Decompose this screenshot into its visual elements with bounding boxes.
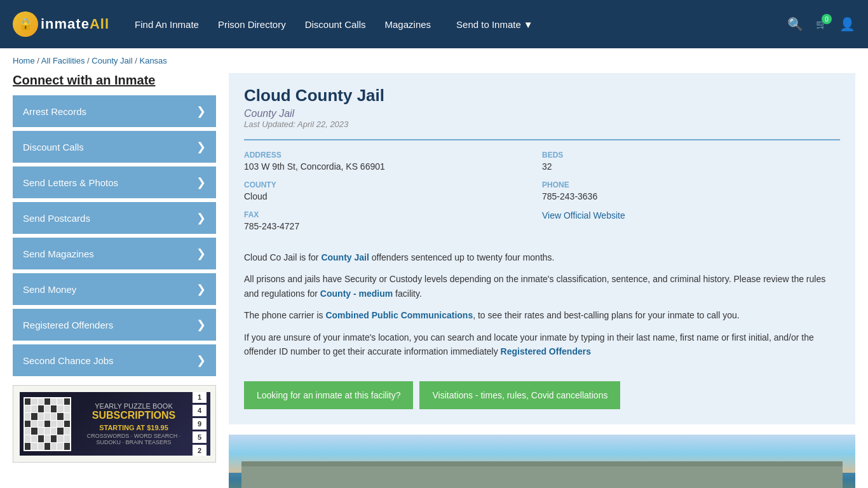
desc-paragraph-1: Cloud Co Jail is for County Jail offende… — [244, 250, 840, 264]
address-label: ADDRESS — [244, 151, 529, 159]
main-layout: Connect with an Inmate Arrest Records ❯ … — [0, 73, 868, 488]
sidebar-item-send-money[interactable]: Send Money ❯ — [13, 273, 216, 305]
sidebar-item-second-chance-jobs[interactable]: Second Chance Jobs ❯ — [13, 344, 216, 376]
chevron-down-icon: ▼ — [524, 19, 533, 30]
chevron-right-icon: ❯ — [196, 353, 206, 367]
facility-last-updated: Last Updated: April 22, 2023 — [244, 119, 840, 129]
building — [241, 466, 843, 488]
find-inmate-button[interactable]: Looking for an inmate at this facility? — [244, 381, 413, 409]
county-label: COUNTY — [244, 180, 529, 189]
ad-starting-at-text: STARTING AT $19.95 — [78, 424, 189, 431]
sidebar-item-label: Second Chance Jobs — [23, 355, 114, 366]
facility-type: County Jail — [244, 108, 840, 119]
sidebar-item-label: Send Magazines — [23, 248, 94, 259]
chevron-right-icon: ❯ — [196, 247, 206, 261]
breadcrumb-state[interactable]: Kansas — [139, 56, 166, 65]
breadcrumb-county-jail[interactable]: County Jail — [92, 56, 132, 65]
breadcrumb: Home / All Facilities / County Jail / Ka… — [0, 48, 868, 73]
detail-fax: FAX 785-243-4727 — [244, 210, 542, 231]
county-medium-link[interactable]: County - medium — [320, 288, 393, 299]
search-icon[interactable]: 🔍 — [787, 17, 803, 32]
send-to-inmate-label: Send to Inmate — [456, 19, 521, 30]
facility-card: Cloud County Jail County Jail Last Updat… — [229, 73, 855, 424]
county-value: Cloud — [244, 191, 529, 201]
detail-address: ADDRESS 103 W 9th St, Concordia, KS 6690… — [244, 151, 542, 172]
logo-icon: 🔒 — [13, 11, 38, 37]
navbar-left: 🔒 inmateAll Find An Inmate Prison Direct… — [13, 11, 533, 37]
cart-badge: 0 — [822, 14, 832, 24]
ad-types-text: CROSSWORDS · WORD SEARCH · SUDOKU · BRAI… — [78, 433, 189, 445]
detail-website: View Official Website — [542, 210, 840, 231]
sidebar-item-label: Send Letters & Photos — [23, 177, 118, 188]
facility-photo — [229, 435, 855, 488]
sidebar-advertisement[interactable]: YEARLY PUZZLE BOOK SUBSCRIPTIONS STARTIN… — [13, 385, 216, 463]
desc-paragraph-2: All prisons and jails have Security or C… — [244, 272, 840, 301]
sidebar-item-label: Discount Calls — [23, 142, 84, 152]
ad-image: YEARLY PUZZLE BOOK SUBSCRIPTIONS STARTIN… — [20, 392, 210, 456]
sidebar-item-registered-offenders[interactable]: Registered Offenders ❯ — [13, 309, 216, 341]
sidebar-item-send-magazines[interactable]: Send Magazines ❯ — [13, 238, 216, 269]
sidebar-item-send-postcards[interactable]: Send Postcards ❯ — [13, 202, 216, 234]
chevron-right-icon: ❯ — [196, 318, 206, 332]
phone-carrier-link[interactable]: Combined Public Communications — [325, 310, 473, 320]
action-buttons: Looking for an inmate at this facility? … — [244, 381, 840, 409]
navbar: 🔒 inmateAll Find An Inmate Prison Direct… — [0, 0, 868, 48]
chevron-right-icon: ❯ — [196, 282, 206, 296]
address-value: 103 W 9th St, Concordia, KS 66901 — [244, 161, 529, 172]
sidebar-item-label: Send Postcards — [23, 213, 90, 224]
desc-paragraph-4: If you are unsure of your inmate's locat… — [244, 330, 840, 359]
sidebar-item-label: Registered Offenders — [23, 320, 113, 330]
fax-value: 785-243-4727 — [244, 221, 529, 231]
detail-beds: BEDS 32 — [542, 151, 840, 172]
sidebar-item-arrest-records[interactable]: Arrest Records ❯ — [13, 95, 216, 127]
sidebar-item-label: Send Money — [23, 284, 76, 295]
sidebar-item-send-letters[interactable]: Send Letters & Photos ❯ — [13, 166, 216, 198]
sidebar-item-label: Arrest Records — [23, 106, 86, 117]
sidebar: Connect with an Inmate Arrest Records ❯ … — [13, 73, 216, 488]
detail-county: COUNTY Cloud — [244, 180, 542, 201]
sidebar-title: Connect with an Inmate — [13, 73, 216, 88]
beds-value: 32 — [542, 161, 827, 172]
nav-magazines[interactable]: Magazines — [385, 19, 431, 30]
facility-details: ADDRESS 103 W 9th St, Concordia, KS 6690… — [244, 139, 840, 240]
facility-description: Cloud Co Jail is for County Jail offende… — [244, 240, 840, 376]
user-icon[interactable]: 👤 — [839, 17, 855, 32]
visitations-button[interactable]: Visitations - times, rules, Covid cancel… — [419, 381, 620, 409]
phone-label: PHONE — [542, 180, 827, 189]
facility-name: Cloud County Jail — [244, 86, 840, 105]
desc-paragraph-3: The phone carrier is Combined Public Com… — [244, 308, 840, 322]
send-to-inmate-dropdown[interactable]: Send to Inmate ▼ — [456, 19, 533, 30]
cart-button[interactable]: 🛒 0 — [816, 19, 827, 29]
building-roof — [241, 461, 843, 466]
chevron-right-icon: ❯ — [196, 211, 206, 225]
county-jail-link[interactable]: County Jail — [321, 252, 369, 262]
fax-label: FAX — [244, 210, 529, 219]
chevron-right-icon: ❯ — [196, 140, 206, 154]
main-content: Cloud County Jail County Jail Last Updat… — [229, 73, 855, 488]
nav-discount-calls[interactable]: Discount Calls — [305, 19, 366, 30]
nav-find-inmate[interactable]: Find An Inmate — [135, 19, 199, 30]
official-website-link[interactable]: View Official Website — [542, 210, 625, 220]
logo[interactable]: 🔒 inmateAll — [13, 11, 109, 37]
breadcrumb-home[interactable]: Home — [13, 56, 35, 65]
chevron-right-icon: ❯ — [196, 175, 206, 189]
registered-offenders-link[interactable]: Registered Offenders — [501, 346, 591, 356]
phone-value: 785-243-3636 — [542, 191, 827, 201]
beds-label: BEDS — [542, 151, 827, 159]
detail-phone: PHONE 785-243-3636 — [542, 180, 840, 201]
nav-links: Find An Inmate Prison Directory Discount… — [135, 19, 431, 30]
ad-subscriptions-text: SUBSCRIPTIONS — [78, 410, 189, 421]
ad-yearly-text: YEARLY PUZZLE BOOK — [78, 402, 189, 410]
sidebar-item-discount-calls[interactable]: Discount Calls ❯ — [13, 131, 216, 163]
chevron-right-icon: ❯ — [196, 104, 206, 118]
breadcrumb-all-facilities[interactable]: All Facilities — [41, 56, 85, 65]
nav-prison-directory[interactable]: Prison Directory — [218, 19, 286, 30]
logo-text: inmateAll — [41, 16, 109, 32]
navbar-right: 🔍 🛒 0 👤 — [787, 17, 855, 32]
